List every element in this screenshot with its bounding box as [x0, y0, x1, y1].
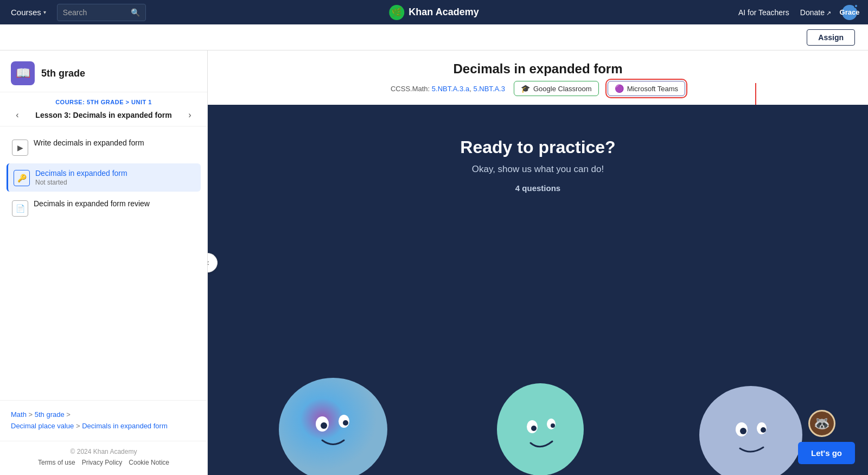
character-3	[694, 375, 808, 475]
courses-menu[interactable]: Courses ▾	[11, 8, 46, 17]
content-header: Decimals in expanded form CCSS.Math: 5.N…	[208, 50, 868, 105]
character-1	[273, 364, 393, 475]
item-status: Not started	[35, 179, 127, 186]
item-name: Write decimals in expanded form	[34, 138, 144, 147]
search-icon: 🔍	[131, 8, 140, 17]
google-classroom-button[interactable]: 🎓 Google Classroom	[514, 81, 599, 96]
sidebar: 📖 5th grade COURSE: 5TH GRADE > UNIT 1 ‹…	[0, 50, 208, 475]
next-lesson-button[interactable]: ›	[183, 109, 196, 122]
lesson-items: ▶ Write decimals in expanded form 🔑 Deci…	[0, 126, 207, 400]
breadcrumb-nav: COURSE: 5TH GRADE > UNIT 1 ‹ Lesson 3: D…	[0, 92, 207, 126]
standard-1[interactable]: 5.NBT.A.3.a	[432, 85, 469, 93]
teams-icon: 🟣	[615, 84, 624, 93]
grade-icon: 📖	[11, 61, 35, 85]
footer-links: Terms of use Privacy Policy Cookie Notic…	[11, 459, 196, 466]
nav-right: AI for Teachers Donate Grace	[738, 5, 857, 20]
svg-point-9	[551, 423, 555, 428]
cookie-link[interactable]: Cookie Notice	[129, 459, 169, 466]
standard-2[interactable]: 5.NBT.A.3	[473, 85, 505, 93]
ka-logo: 🌿	[389, 5, 404, 20]
assign-bar: Assign	[0, 24, 868, 50]
top-navigation: Courses ▾ 🔍 🌿 Khan Academy AI for Teache…	[0, 0, 868, 24]
content-title: Decimals in expanded form	[229, 61, 846, 77]
grade-link[interactable]: 5th grade	[35, 410, 65, 419]
courses-label: Courses	[11, 8, 41, 17]
svg-point-10	[699, 386, 802, 475]
lesson-item-practice[interactable]: 🔑 Decimals in expanded form Not started	[7, 163, 201, 192]
svg-point-5	[497, 383, 584, 475]
breadcrumb-sep-2: >	[66, 410, 71, 419]
item-text: Write decimals in expanded form	[34, 138, 144, 147]
helper-avatar: 🦝	[808, 410, 835, 437]
practice-area: Ready to practice? Okay, show us what yo…	[208, 105, 868, 475]
ccss-label: CCSS.Math: 5.NBT.A.3.a, 5.NBT.A.3	[391, 85, 505, 93]
sidebar-footer: © 2024 Khan Academy Terms of use Privacy…	[0, 441, 207, 475]
nav-left: Courses ▾ 🔍	[11, 4, 146, 21]
nav-center: 🌿 Khan Academy	[389, 5, 478, 20]
item-text: Decimals in expanded form review	[34, 199, 150, 208]
user-name: Grace	[840, 8, 860, 16]
svg-point-8	[531, 426, 537, 431]
privacy-link[interactable]: Privacy Policy	[82, 459, 123, 466]
content-area: ‹ Decimals in expanded form CCSS.Math: 5…	[208, 50, 868, 475]
breadcrumb-sep-1: >	[29, 410, 35, 419]
svg-point-3	[321, 422, 327, 429]
breadcrumb-links: Math > 5th grade > Decimal place value >…	[11, 409, 196, 432]
character-2	[492, 370, 589, 475]
svg-point-4	[343, 420, 348, 426]
place-value-link[interactable]: Decimal place value	[11, 422, 74, 430]
video-icon: ▶	[12, 140, 28, 156]
google-label: Google Classroom	[533, 85, 592, 93]
donate-link[interactable]: Donate	[800, 8, 831, 17]
lesson-title: Lesson 3: Decimals in expanded form	[28, 111, 179, 119]
practice-icon: 🔑	[14, 170, 30, 186]
user-notification-dot	[854, 4, 858, 8]
google-icon: 🎓	[521, 84, 530, 93]
search-bar[interactable]: 🔍	[57, 4, 146, 21]
search-input[interactable]	[63, 8, 126, 17]
teams-label: Microsoft Teams	[627, 85, 678, 93]
svg-point-13	[740, 428, 746, 434]
chevron-down-icon: ▾	[43, 9, 46, 15]
grade-title: 5th grade	[41, 68, 85, 79]
svg-point-0	[279, 378, 387, 475]
practice-title: Ready to practice?	[460, 137, 615, 157]
site-title: Khan Academy	[409, 7, 478, 18]
svg-point-14	[761, 427, 766, 433]
course-breadcrumb[interactable]: COURSE: 5TH GRADE > UNIT 1	[11, 99, 196, 105]
lesson-nav: ‹ Lesson 3: Decimals in expanded form ›	[11, 109, 196, 122]
sidebar-header: 📖 5th grade	[0, 50, 207, 92]
ccss-text: CCSS.Math:	[391, 85, 430, 93]
microsoft-teams-button[interactable]: 🟣 Microsoft Teams	[608, 81, 685, 96]
article-icon: 📄	[12, 200, 28, 217]
lets-go-button[interactable]: Let's go	[798, 442, 855, 464]
lesson-link[interactable]: Decimals in expanded form	[82, 422, 168, 430]
sidebar-breadcrumb: Math > 5th grade > Decimal place value >…	[0, 400, 207, 441]
prev-lesson-button[interactable]: ‹	[11, 109, 24, 122]
item-text: Decimals in expanded form Not started	[35, 169, 127, 186]
lesson-item-review[interactable]: 📄 Decimals in expanded form review	[7, 194, 201, 222]
characters-decoration	[208, 301, 868, 475]
user-avatar[interactable]: Grace	[842, 5, 857, 20]
copyright: © 2024 Khan Academy	[11, 448, 196, 455]
item-name: Decimals in expanded form review	[34, 199, 150, 208]
math-link[interactable]: Math	[11, 410, 27, 419]
item-name: Decimals in expanded form	[35, 169, 127, 178]
practice-subtitle: Okay, show us what you can do!	[472, 164, 604, 175]
breadcrumb-sep-3: >	[76, 422, 82, 430]
ai-for-teachers-link[interactable]: AI for Teachers	[738, 8, 789, 17]
main-layout: 📖 5th grade COURSE: 5TH GRADE > UNIT 1 ‹…	[0, 50, 868, 475]
practice-count: 4 questions	[515, 183, 560, 193]
assign-button[interactable]: Assign	[807, 29, 855, 46]
lesson-item-video[interactable]: ▶ Write decimals in expanded form	[7, 133, 201, 161]
terms-link[interactable]: Terms of use	[38, 459, 75, 466]
